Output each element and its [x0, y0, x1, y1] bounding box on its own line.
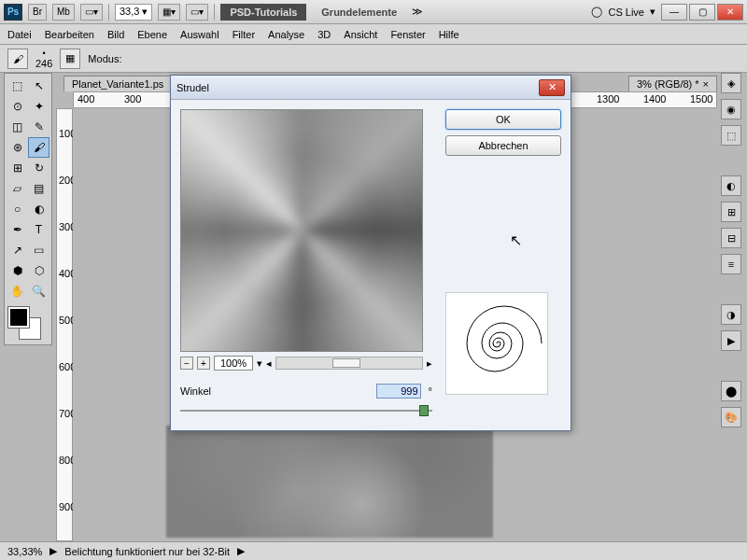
right-panels: ◈ ◉ ⬚ ◐ ⊞ ⊟ ≡ ◑ ▶ ⬤ 🎨 [721, 73, 743, 427]
strudel-dialog: Strudel ✕ − + 100% ▾ ◂ ▸ Winkel ° [170, 75, 571, 431]
ok-button[interactable]: OK [445, 109, 561, 130]
healing-tool[interactable]: ⊛ [7, 137, 28, 158]
path-tool[interactable]: ↗ [7, 240, 28, 260]
blur-tool[interactable]: ○ [7, 199, 28, 219]
brush-preview[interactable]: •246 [35, 49, 52, 69]
menu-ansicht[interactable]: Ansicht [344, 29, 377, 40]
dodge-tool[interactable]: ◐ [28, 199, 49, 219]
spiral-icon [450, 297, 543, 390]
more-workspaces-icon[interactable]: ≫ [412, 6, 423, 18]
menu-hilfe[interactable]: Hilfe [439, 29, 459, 40]
screenmode-button[interactable]: ▭▾ [186, 4, 208, 21]
type-tool[interactable]: T [28, 219, 49, 240]
dialog-close-button[interactable]: ✕ [539, 79, 565, 96]
menu-auswahl[interactable]: Auswahl [180, 29, 219, 40]
document-tab[interactable]: Planet_Variante1.ps [63, 76, 172, 91]
hand-tool[interactable]: ✋ [7, 281, 28, 301]
zoom-value[interactable]: 100% [214, 356, 253, 371]
menu-analyse[interactable]: Analyse [268, 29, 304, 40]
eyedropper-tool[interactable]: ✎ [28, 117, 49, 137]
history-panel-icon[interactable]: ◑ [721, 304, 741, 325]
zoom-select[interactable]: 33,3 ▾ [115, 4, 152, 21]
angle-slider[interactable] [180, 402, 432, 421]
status-message: Belichtung funktioniert nur bei 32-Bit [64, 546, 230, 557]
workspace-tab-psdtutorials[interactable]: PSD-Tutorials [220, 4, 306, 21]
angle-input[interactable] [376, 384, 421, 399]
degree-symbol: ° [429, 385, 432, 397]
layers-panel-icon[interactable]: ◈ [721, 73, 741, 93]
menu-fenster[interactable]: Fenster [390, 29, 425, 40]
filter-preview[interactable] [180, 109, 423, 352]
swatches-panel-icon[interactable]: ⬤ [721, 381, 741, 401]
chevron-down-icon[interactable]: ▾ [257, 357, 262, 370]
arrow-tool[interactable]: ↖ [28, 76, 49, 96]
angle-label: Winkel [180, 385, 369, 397]
toolbox: ⬚↖ ⊙✦ ◫✎ ⊛🖌 ⊞↻ ▱▤ ○◐ ✒T ↗▭ ⬢⬡ ✋🔍 [4, 73, 52, 345]
styles-panel-icon[interactable]: ⊞ [721, 202, 741, 222]
paragraph-panel-icon[interactable]: ≡ [721, 254, 741, 274]
eraser-tool[interactable]: ▱ [7, 178, 28, 199]
dialog-title: Strudel [176, 82, 209, 93]
dialog-titlebar[interactable]: Strudel ✕ [171, 76, 571, 100]
options-bar: 🖌 •246 ▦ Modus: [0, 45, 747, 73]
shape-tool[interactable]: ▭ [28, 240, 49, 260]
tool-preset-icon[interactable]: 🖌 [7, 49, 28, 69]
status-zoom[interactable]: 33,33% [7, 546, 42, 557]
character-panel-icon[interactable]: ⊟ [721, 228, 741, 248]
pen-tool[interactable]: ✒ [7, 219, 28, 240]
actions-panel-icon[interactable]: ▶ [721, 330, 741, 351]
gradient-tool[interactable]: ▤ [28, 178, 49, 199]
menu-filter[interactable]: Filter [233, 29, 255, 40]
ruler-vertical: 100200300400500600700800900 [56, 108, 73, 541]
spiral-diagram [445, 292, 548, 395]
cslive-icon[interactable]: ◯ [591, 6, 602, 18]
foreground-color[interactable] [8, 307, 29, 328]
zoom-tool[interactable]: 🔍 [28, 281, 49, 301]
stamp-tool[interactable]: ⊞ [7, 158, 28, 178]
color-swatches[interactable] [7, 305, 51, 343]
paths-panel-icon[interactable]: ⬚ [721, 125, 741, 146]
menu-ebene[interactable]: Ebene [137, 29, 167, 40]
minibridge-button[interactable]: Mb [52, 4, 75, 21]
zoom-out-button[interactable]: − [180, 357, 193, 370]
photoshop-icon: Ps [4, 4, 22, 21]
menu-bild[interactable]: Bild [107, 29, 124, 40]
menu-bearbeiten[interactable]: Bearbeiten [45, 29, 94, 40]
scroll-left-icon[interactable]: ◂ [266, 357, 272, 370]
crop-tool[interactable]: ◫ [7, 117, 28, 137]
lasso-tool[interactable]: ⊙ [7, 96, 28, 117]
wand-tool[interactable]: ✦ [28, 96, 49, 117]
cancel-button[interactable]: Abbrechen [445, 135, 561, 156]
history-brush-tool[interactable]: ↻ [28, 158, 49, 178]
menu-3d[interactable]: 3D [317, 29, 331, 40]
scroll-right-icon[interactable]: ▸ [427, 357, 432, 370]
brush-tool[interactable]: 🖌 [28, 137, 49, 158]
cslive-label[interactable]: CS Live [608, 7, 644, 18]
status-arrow-icon[interactable]: ▶ [49, 545, 57, 557]
view-extras-button[interactable]: ▭▾ [80, 4, 103, 21]
status-bar: 33,33% ▶ Belichtung funktioniert nur bei… [0, 541, 747, 560]
move-tool[interactable]: ⬚ [7, 76, 28, 96]
separator [108, 4, 109, 21]
status-arrow-icon[interactable]: ▶ [237, 545, 245, 557]
menu-datei[interactable]: Datei [7, 29, 32, 40]
3d-camera-tool[interactable]: ⬡ [28, 260, 49, 281]
bridge-button[interactable]: Br [28, 4, 47, 21]
minimize-button[interactable]: — [661, 4, 687, 21]
separator [214, 4, 215, 21]
document-tab-info[interactable]: 3% (RGB/8) *× [628, 76, 717, 91]
channels-panel-icon[interactable]: ◉ [721, 99, 741, 119]
color-panel-icon[interactable]: 🎨 [721, 407, 741, 427]
maximize-button[interactable]: ▢ [689, 4, 715, 21]
preview-scrollbar[interactable] [275, 357, 423, 370]
brush-panel-button[interactable]: ▦ [60, 49, 80, 69]
workspace-tab-grundelemente[interactable]: Grundelemente [312, 5, 406, 20]
3d-tool[interactable]: ⬢ [7, 260, 28, 281]
menu-bar: Datei Bearbeiten Bild Ebene Auswahl Filt… [0, 24, 747, 45]
close-tab-icon[interactable]: × [703, 78, 709, 90]
modus-label: Modus: [88, 53, 121, 64]
adjustments-panel-icon[interactable]: ◐ [721, 175, 741, 196]
zoom-in-button[interactable]: + [197, 357, 210, 370]
arrange-button[interactable]: ▦▾ [158, 4, 180, 21]
close-button[interactable]: ✕ [717, 4, 743, 21]
